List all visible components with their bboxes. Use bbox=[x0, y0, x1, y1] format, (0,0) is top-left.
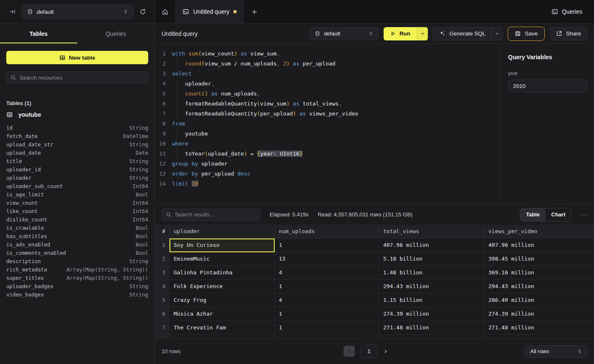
table-cell[interactable]: 294.43 million bbox=[379, 280, 484, 294]
page-number-input[interactable] bbox=[360, 344, 378, 358]
code-line: 14limit 10 bbox=[155, 179, 501, 189]
table-cell[interactable]: Folk Experience bbox=[169, 280, 275, 294]
schema-column[interactable]: is_ads_enabledBool bbox=[6, 241, 148, 249]
view-toggle-table[interactable]: Table bbox=[520, 208, 546, 221]
schema-column[interactable]: view_countInt64 bbox=[6, 199, 148, 207]
table-cell[interactable]: 369.16 million bbox=[484, 266, 594, 280]
new-table-button[interactable]: New table bbox=[6, 51, 148, 64]
table-cell[interactable]: 271.48 million bbox=[379, 321, 484, 335]
table-cell[interactable]: 1 bbox=[275, 238, 379, 252]
play-icon bbox=[390, 31, 396, 36]
results-search-input[interactable] bbox=[175, 211, 256, 218]
page-size-selector[interactable]: All rows bbox=[525, 345, 587, 358]
schema-column[interactable]: uploaderString bbox=[6, 174, 148, 182]
table-cell[interactable]: 1.15 billion bbox=[379, 294, 484, 307]
table-cell[interactable]: 294.43 million bbox=[484, 280, 594, 294]
schema-column[interactable]: is_crawlableBool bbox=[6, 224, 148, 232]
database-selector[interactable]: default bbox=[22, 5, 134, 19]
generate-sql-caret[interactable] bbox=[491, 28, 502, 40]
query-header: Untitled query default Run bbox=[155, 24, 594, 44]
home-button[interactable] bbox=[155, 0, 175, 23]
run-button[interactable]: Run bbox=[384, 27, 428, 40]
table-cell[interactable]: 5.18 billion bbox=[379, 252, 484, 266]
table-cell[interactable]: 1 bbox=[275, 280, 379, 294]
refresh-button[interactable] bbox=[139, 8, 146, 15]
column-header[interactable]: # bbox=[155, 225, 169, 238]
column-header[interactable]: views_per_video bbox=[484, 225, 594, 238]
tab-untitled-query[interactable]: Untitled query bbox=[175, 0, 244, 23]
table-cell[interactable]: Galinha Pintadinha bbox=[169, 266, 275, 280]
table-cell[interactable]: Música Azhar bbox=[169, 307, 275, 321]
variable-input-year[interactable] bbox=[508, 80, 587, 92]
schema-column[interactable]: fetch_dateDateTime bbox=[6, 132, 148, 141]
table-cell[interactable]: 1.48 billion bbox=[379, 266, 484, 280]
column-type: Date bbox=[136, 149, 148, 157]
results-footer: 10 rows All rows bbox=[155, 339, 594, 364]
schema-column[interactable]: uploader_badgesString bbox=[6, 282, 148, 291]
table-cell[interactable]: Crazy Frog bbox=[169, 294, 275, 307]
query-database-selector[interactable]: default bbox=[309, 28, 379, 40]
schema-column[interactable]: like_countInt64 bbox=[6, 207, 148, 216]
column-type: String bbox=[129, 282, 148, 291]
schema-column[interactable]: rich_metadataArray(Map(String, String)) bbox=[6, 266, 148, 274]
code-line: 4 uploader, bbox=[155, 79, 501, 89]
sidebar-tab-queries[interactable]: Queries bbox=[77, 24, 154, 43]
new-tab-button[interactable] bbox=[244, 0, 264, 23]
table-cell[interactable]: The Crevatin Fam bbox=[169, 321, 275, 335]
table-cell[interactable]: 4 bbox=[275, 294, 379, 307]
schema-column[interactable]: is_comments_enabledBool bbox=[6, 249, 148, 257]
schema-column[interactable]: dislike_countInt64 bbox=[6, 216, 148, 224]
results-table: #uploadernum_uploadstotal_viewsviews_per… bbox=[155, 225, 594, 339]
table-cell[interactable]: 274.39 million bbox=[484, 307, 594, 321]
schema-column[interactable]: upload_date_strString bbox=[6, 141, 148, 149]
table-cell[interactable]: Soy Un Curioso bbox=[169, 238, 275, 252]
sidebar-tab-tables[interactable]: Tables bbox=[0, 24, 77, 43]
table-cell[interactable]: 1 bbox=[275, 321, 379, 335]
share-button[interactable]: Share bbox=[550, 27, 587, 40]
sidebar-table-youtube[interactable]: youtube bbox=[6, 111, 148, 118]
schema-column[interactable]: upload_dateDate bbox=[6, 149, 148, 157]
column-name: dislike_count bbox=[6, 216, 47, 224]
schema-column[interactable]: super_titlesArray(Map(String, String)) bbox=[6, 274, 148, 282]
queries-button[interactable]: Queries bbox=[551, 8, 582, 15]
sql-editor[interactable]: 1with sum(view_count) as view_sum,2 roun… bbox=[155, 44, 501, 204]
next-page-button[interactable] bbox=[383, 349, 388, 354]
view-toggle-chart[interactable]: Chart bbox=[546, 208, 571, 221]
previous-page-button[interactable] bbox=[344, 346, 355, 357]
table-cell[interactable]: 274.39 million bbox=[379, 307, 484, 321]
column-header[interactable]: num_uploads bbox=[275, 225, 379, 238]
table-cell[interactable]: 398.45 million bbox=[484, 252, 594, 266]
column-type: String bbox=[129, 166, 148, 174]
table-cell[interactable]: 286.40 million bbox=[484, 294, 594, 307]
tables-section-label: Tables (1) bbox=[6, 100, 148, 106]
column-type: Bool bbox=[136, 249, 148, 257]
resource-search-input[interactable] bbox=[20, 75, 144, 81]
generate-sql-button[interactable]: Generate SQL bbox=[433, 27, 503, 40]
schema-column[interactable]: is_age_limitBool bbox=[6, 191, 148, 199]
column-name: upload_date_str bbox=[6, 141, 53, 149]
row-number: 3 bbox=[155, 266, 169, 280]
column-header[interactable]: total_views bbox=[379, 225, 484, 238]
column-name: upload_date bbox=[6, 149, 41, 157]
table-cell[interactable]: 13 bbox=[275, 252, 379, 266]
schema-column[interactable]: has_subtitlesBool bbox=[6, 232, 148, 241]
column-header[interactable]: uploader bbox=[169, 225, 275, 238]
table-cell[interactable]: 407.96 million bbox=[484, 238, 594, 252]
results-more-button[interactable]: ⋯ bbox=[581, 211, 587, 218]
schema-column[interactable]: uploader_idString bbox=[6, 166, 148, 174]
table-cell[interactable]: 4 bbox=[275, 266, 379, 280]
schema-column[interactable]: titleString bbox=[6, 157, 148, 166]
table-row: 2EminemMusic135.18 billion398.45 million bbox=[155, 252, 594, 266]
table-cell[interactable]: EminemMusic bbox=[169, 252, 275, 266]
schema-column[interactable]: video_badgesString bbox=[6, 291, 148, 299]
run-options-caret[interactable] bbox=[417, 27, 428, 40]
schema-column[interactable]: descriptionString bbox=[6, 257, 148, 266]
table-cell[interactable]: 1 bbox=[275, 307, 379, 321]
table-icon bbox=[59, 55, 66, 61]
table-cell[interactable]: 271.48 million bbox=[484, 321, 594, 335]
schema-column[interactable]: idString bbox=[6, 124, 148, 132]
save-button[interactable]: Save bbox=[508, 27, 545, 41]
table-cell[interactable]: 407.96 million bbox=[379, 238, 484, 252]
collapse-sidebar-button[interactable] bbox=[9, 8, 16, 15]
schema-column[interactable]: uploader_sub_countInt64 bbox=[6, 182, 148, 191]
